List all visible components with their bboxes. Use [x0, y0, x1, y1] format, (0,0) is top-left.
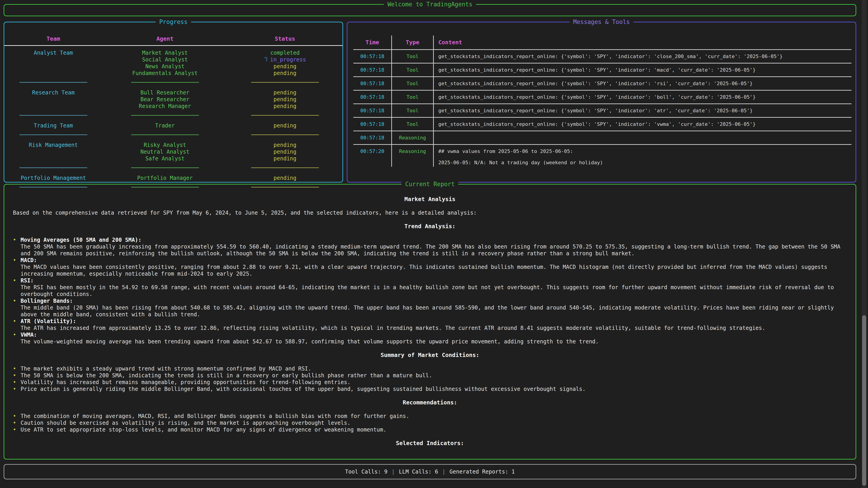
bullet-icon: • [13, 386, 21, 392]
bullet-body: The volume-weighted moving average has b… [21, 338, 847, 345]
report-bullet-item: •Use ATR to set appropriate stop-loss le… [13, 426, 847, 433]
bullet-title: Moving Averages (50 SMA and 200 SMA): [21, 236, 847, 243]
bullet-title: VWMA: [21, 331, 847, 338]
progress-row: Risk ManagementRisky Analystpending [4, 142, 342, 149]
progress-agent-cell: Bear Researcher [102, 96, 228, 103]
scrollbar-track[interactable] [862, 0, 867, 488]
message-time: 00:57:18 [353, 79, 391, 88]
bullet-body: The 50 SMA has been gradually increasing… [21, 243, 847, 257]
messages-col-type: Type [391, 35, 434, 49]
report-bullet-item: •Price action is generally riding the mi… [13, 386, 847, 392]
bullet-text: Caution should be exercised as volatilit… [21, 420, 847, 426]
message-row: 00:57:18Toolget_stockstats_indicators_re… [353, 64, 851, 77]
bullet-text: MACD:The MACD values have been consisten… [21, 257, 847, 277]
separator-line-agent [131, 115, 199, 116]
report-body: Market Analysis Based on the comprehensi… [4, 185, 856, 447]
progress-row: Analyst TeamMarket Analystcompleted [4, 50, 342, 56]
bullet-icon: • [13, 365, 21, 372]
message-type: Tool [391, 77, 434, 90]
separator-line-status [251, 167, 319, 168]
bullet-body: The middle band (20 SMA) has been rising… [21, 304, 847, 318]
app-screen: Welcome to TradingAgents Progress Team A… [0, 0, 868, 488]
message-time: 00:57:18 [353, 133, 391, 142]
status-label: pending [274, 90, 296, 96]
bullet-text: Use ATR to set appropriate stop-loss lev… [21, 426, 847, 433]
bullet-body: Volatility has increased but remains man… [21, 379, 847, 386]
separator-line-agent [131, 134, 199, 135]
message-row: 00:57:20Reasoning## vwma values from 202… [353, 145, 851, 167]
message-time: 00:57:18 [353, 120, 391, 128]
message-content: get_stockstats_indicators_report_online:… [434, 93, 851, 101]
progress-col-agent: Agent [102, 35, 228, 42]
bullet-body: The 50 SMA is below the 200 SMA, indicat… [21, 372, 847, 379]
message-type: Tool [391, 91, 434, 103]
welcome-title: Welcome to TradingAgents [384, 0, 476, 8]
message-time: 00:57:20 [353, 145, 391, 156]
progress-team-cell: Portfolio Management [4, 175, 102, 182]
progress-team-cell [4, 155, 102, 162]
status-label: pending [274, 123, 296, 129]
progress-row: Research Managerpending [4, 103, 342, 109]
progress-group-separator [4, 79, 342, 86]
separator-line-agent [131, 167, 199, 168]
progress-row: Trading TeamTraderpending [4, 122, 342, 129]
report-bullet-item: •Caution should be exercised as volatili… [13, 420, 847, 426]
progress-row: Fundamentals Analystpending [4, 70, 342, 76]
separator-line-team [20, 115, 87, 116]
message-row: 00:57:18Toolget_stockstats_indicators_re… [353, 77, 851, 91]
progress-team-cell: Risk Management [4, 142, 102, 149]
bullet-body: The MACD values have been consistently p… [21, 264, 847, 277]
status-label: pending [274, 149, 296, 155]
progress-agent-cell: Fundamentals Analyst [102, 70, 228, 76]
report-bullet-item: •The market exhibits a steady upward tre… [13, 365, 847, 372]
report-bullet-item: •Bollinger Bands:The middle band (20 SMA… [13, 297, 847, 318]
bullet-body: Use ATR to set appropriate stop-loss lev… [21, 426, 847, 433]
message-content: get_stockstats_indicators_report_online:… [434, 79, 851, 88]
message-type: Tool [391, 50, 434, 63]
progress-row: Neutral Analystpending [4, 149, 342, 155]
status-label: in_progress [270, 57, 306, 63]
messages-table: Time Type Content 00:57:18Toolget_stocks… [353, 35, 851, 167]
progress-status-cell: completed [227, 50, 342, 56]
progress-panel: Progress Team Agent Status Analyst TeamM… [4, 22, 343, 183]
bullet-body: The ATR has increased from approximately… [21, 325, 847, 331]
message-content: get_stockstats_indicators_report_online:… [434, 66, 851, 74]
progress-team-cell: Research Team [4, 89, 102, 96]
separator-line-status [251, 134, 319, 135]
bullet-icon: • [13, 413, 21, 420]
bullet-text: The combination of moving averages, MACD… [21, 413, 847, 420]
stats-item: Generated Reports: 1 [450, 468, 515, 475]
progress-team-cell [4, 96, 102, 103]
message-content: ## vwma values from 2025-05-06 to 2025-0… [434, 145, 851, 167]
report-sections: Trend Analysis:•Moving Averages (50 SMA … [13, 223, 847, 447]
messages-tools-panel: Messages & Tools Time Type Content 00:57… [347, 22, 856, 183]
messages-col-content: Content [434, 38, 851, 47]
welcome-panel: Welcome to TradingAgents [4, 4, 856, 16]
report-section-heading: Selected Indicators: [13, 440, 847, 447]
scrollbar-thumb[interactable] [862, 315, 866, 486]
report-bullet-list: •The combination of moving averages, MAC… [13, 413, 847, 433]
stats-item: LLM Calls: 6 [399, 468, 438, 475]
progress-agent-cell: Neutral Analyst [102, 149, 228, 155]
bullet-body: The market exhibits a steady upward tren… [21, 365, 847, 372]
report-section-heading: Trend Analysis: [13, 223, 847, 230]
progress-row: Social Analyst⠹in_progress [4, 56, 342, 63]
bullet-icon: • [13, 236, 21, 257]
progress-agent-cell: Trader [102, 122, 228, 129]
message-content: get_stockstats_indicators_report_online:… [434, 106, 851, 115]
separator-line-team [20, 134, 87, 135]
messages-panel-title: Messages & Tools [569, 18, 633, 26]
progress-row: Portfolio ManagementPortfolio Managerpen… [4, 175, 342, 182]
message-type: Tool [391, 118, 434, 131]
message-type: Tool [391, 64, 434, 76]
bullet-title: MACD: [21, 257, 847, 264]
report-section-heading: Summary of Market Conditions: [13, 352, 847, 359]
progress-col-team: Team [4, 35, 102, 42]
progress-group-separator [4, 131, 342, 138]
bullet-body: Price action is generally riding the mid… [21, 386, 847, 392]
bullet-text: ATR (Volatility):The ATR has increased f… [21, 318, 847, 331]
progress-status-cell: pending [227, 89, 342, 96]
progress-status-cell: pending [227, 175, 342, 182]
bullet-text: Moving Averages (50 SMA and 200 SMA):The… [21, 236, 847, 257]
status-label: pending [274, 142, 296, 148]
